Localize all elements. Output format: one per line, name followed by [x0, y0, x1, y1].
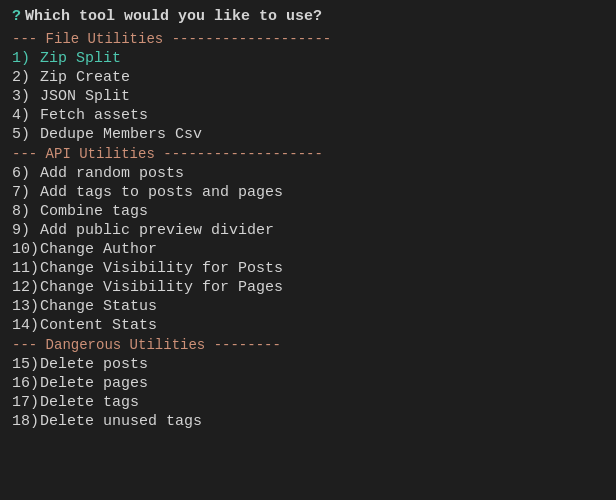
menu-item-6[interactable]: 6)Add random posts — [12, 164, 604, 183]
item-label: Delete posts — [40, 356, 148, 373]
menu-item-9[interactable]: 9)Add public preview divider — [12, 221, 604, 240]
menu-item-1[interactable]: 1)Zip Split — [12, 49, 604, 68]
menu-item-14[interactable]: 14)Content Stats — [12, 316, 604, 335]
item-number: 10) — [12, 241, 40, 258]
item-label: Change Visibility for Pages — [40, 279, 283, 296]
item-label: Change Status — [40, 298, 157, 315]
menu-item-7[interactable]: 7)Add tags to posts and pages — [12, 183, 604, 202]
item-number: 17) — [12, 394, 40, 411]
item-label: Add random posts — [40, 165, 184, 182]
menu-item-17[interactable]: 17)Delete tags — [12, 393, 604, 412]
item-label: Add tags to posts and pages — [40, 184, 283, 201]
item-label: Add public preview divider — [40, 222, 274, 239]
menu-item-2[interactable]: 2)Zip Create — [12, 68, 604, 87]
menu-item-15[interactable]: 15)Delete posts — [12, 355, 604, 374]
item-number: 5) — [12, 126, 40, 143]
item-label: Delete pages — [40, 375, 148, 392]
item-label: Change Visibility for Posts — [40, 260, 283, 277]
menu-item-11[interactable]: 11)Change Visibility for Posts — [12, 259, 604, 278]
item-number: 4) — [12, 107, 40, 124]
section-header-file-utilities: --- File Utilities ------------------- — [12, 29, 604, 49]
menu-item-13[interactable]: 13)Change Status — [12, 297, 604, 316]
item-label: Fetch assets — [40, 107, 148, 124]
item-number: 14) — [12, 317, 40, 334]
question-line: ? Which tool would you like to use? — [12, 8, 604, 25]
section-header-api-utilities: --- API Utilities ------------------- — [12, 144, 604, 164]
item-label: Change Author — [40, 241, 157, 258]
item-number: 16) — [12, 375, 40, 392]
question-text: Which tool would you like to use? — [25, 8, 322, 25]
item-number: 1) — [12, 50, 40, 67]
menu-item-18[interactable]: 18)Delete unused tags — [12, 412, 604, 431]
item-label: Combine tags — [40, 203, 148, 220]
item-number: 9) — [12, 222, 40, 239]
question-mark: ? — [12, 8, 21, 25]
menu-item-10[interactable]: 10)Change Author — [12, 240, 604, 259]
menu-item-16[interactable]: 16)Delete pages — [12, 374, 604, 393]
item-number: 7) — [12, 184, 40, 201]
menu-item-8[interactable]: 8)Combine tags — [12, 202, 604, 221]
item-label: Zip Create — [40, 69, 130, 86]
item-number: 15) — [12, 356, 40, 373]
item-number: 6) — [12, 165, 40, 182]
menu-item-5[interactable]: 5)Dedupe Members Csv — [12, 125, 604, 144]
menu-item-4[interactable]: 4)Fetch assets — [12, 106, 604, 125]
item-number: 2) — [12, 69, 40, 86]
item-label: Delete unused tags — [40, 413, 202, 430]
item-label: Content Stats — [40, 317, 157, 334]
item-label: Dedupe Members Csv — [40, 126, 202, 143]
item-number: 13) — [12, 298, 40, 315]
item-number: 8) — [12, 203, 40, 220]
item-number: 3) — [12, 88, 40, 105]
item-label: Delete tags — [40, 394, 139, 411]
menu-item-12[interactable]: 12)Change Visibility for Pages — [12, 278, 604, 297]
item-number: 18) — [12, 413, 40, 430]
item-number: 12) — [12, 279, 40, 296]
section-header-dangerous-utilities: --- Dangerous Utilities -------- — [12, 335, 604, 355]
item-label: Zip Split — [40, 50, 121, 67]
item-number: 11) — [12, 260, 40, 277]
item-label: JSON Split — [40, 88, 130, 105]
menu-container: --- File Utilities -------------------1)… — [12, 29, 604, 431]
menu-item-3[interactable]: 3)JSON Split — [12, 87, 604, 106]
